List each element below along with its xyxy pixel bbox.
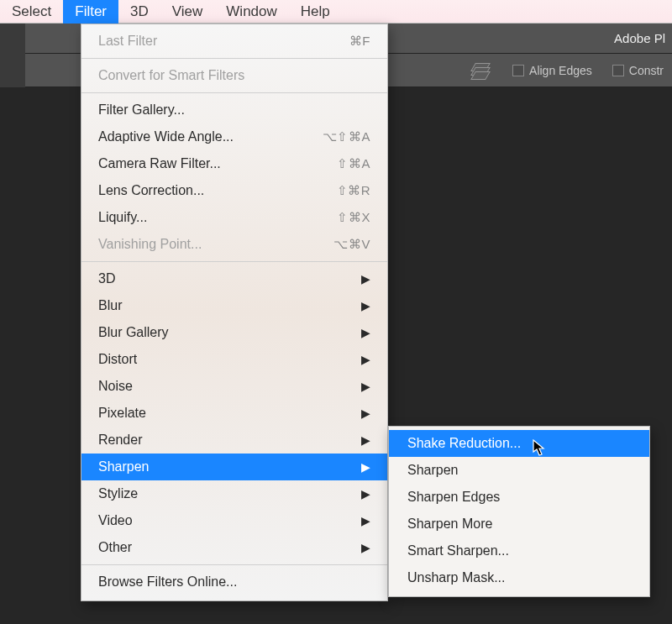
submenu-item-unsharp-mask[interactable]: Unsharp Mask... (389, 564, 649, 591)
menubar: Select Filter 3D View Window Help (0, 0, 672, 24)
chevron-right-icon: ▶ (361, 326, 370, 339)
menubar-item-view[interactable]: View (160, 0, 215, 24)
chevron-right-icon: ▶ (361, 299, 370, 312)
shortcut-label: ⇧⌘R (337, 183, 370, 198)
menu-item-blur[interactable]: Blur ▶ (81, 292, 387, 319)
chevron-right-icon: ▶ (361, 487, 370, 501)
menu-item-convert-smart-filters[interactable]: Convert for Smart Filters (81, 62, 387, 89)
menubar-item-3d[interactable]: 3D (118, 0, 160, 24)
submenu-item-smart-sharpen[interactable]: Smart Sharpen... (389, 537, 649, 564)
menu-item-camera-raw-filter[interactable]: Camera Raw Filter... ⇧⌘A (81, 150, 387, 177)
menubar-item-window[interactable]: Window (214, 0, 288, 24)
submenu-item-sharpen[interactable]: Sharpen (389, 457, 649, 484)
constrain-checkbox[interactable] (612, 65, 624, 76)
menu-item-render[interactable]: Render ▶ (81, 427, 387, 454)
chevron-right-icon: ▶ (361, 460, 370, 474)
menu-separator (81, 261, 387, 262)
menu-item-lens-correction[interactable]: Lens Correction... ⇧⌘R (81, 177, 387, 204)
align-edges-checkbox[interactable] (512, 65, 524, 76)
menu-item-filter-gallery[interactable]: Filter Gallery... (81, 97, 387, 123)
constrain-label: Constr (629, 64, 664, 77)
menu-item-liquify[interactable]: Liquify... ⇧⌘X (81, 204, 387, 231)
shortcut-label: ⌥⇧⌘A (323, 129, 370, 144)
menu-item-last-filter[interactable]: Last Filter ⌘F (81, 28, 387, 55)
menu-separator (81, 92, 387, 93)
menu-item-distort[interactable]: Distort ▶ (81, 346, 387, 373)
submenu-item-sharpen-more[interactable]: Sharpen More (389, 511, 649, 537)
menu-separator (81, 58, 387, 59)
shortcut-label: ⌥⌘V (333, 237, 370, 252)
chevron-right-icon: ▶ (361, 272, 370, 286)
chevron-right-icon: ▶ (361, 514, 370, 527)
chevron-right-icon: ▶ (361, 541, 370, 554)
align-edges-option[interactable]: Align Edges (512, 64, 592, 77)
sharpen-submenu: Shake Reduction... Sharpen Sharpen Edges… (388, 426, 650, 597)
menu-separator (81, 564, 387, 565)
menubar-item-help[interactable]: Help (289, 0, 342, 24)
constrain-option[interactable]: Constr (612, 64, 664, 77)
menu-item-noise[interactable]: Noise ▶ (81, 373, 387, 400)
left-panel-edge (0, 24, 25, 87)
menu-item-pixelate[interactable]: Pixelate ▶ (81, 400, 387, 427)
menu-item-sharpen[interactable]: Sharpen ▶ (81, 454, 387, 480)
layers-icon[interactable] (469, 61, 492, 80)
filter-menu: Last Filter ⌘F Convert for Smart Filters… (81, 24, 388, 601)
submenu-item-shake-reduction[interactable]: Shake Reduction... (389, 430, 649, 457)
menu-item-blur-gallery[interactable]: Blur Gallery ▶ (81, 319, 387, 346)
chevron-right-icon: ▶ (361, 380, 370, 393)
menu-item-stylize[interactable]: Stylize ▶ (81, 480, 387, 507)
menu-item-vanishing-point[interactable]: Vanishing Point... ⌥⌘V (81, 231, 387, 258)
align-edges-label: Align Edges (529, 64, 592, 77)
shortcut-label: ⇧⌘X (337, 210, 370, 225)
menu-item-video[interactable]: Video ▶ (81, 507, 387, 534)
menu-item-adaptive-wide-angle[interactable]: Adaptive Wide Angle... ⌥⇧⌘A (81, 123, 387, 150)
shortcut-label: ⇧⌘A (337, 156, 370, 171)
menu-item-browse-filters-online[interactable]: Browse Filters Online... (81, 569, 387, 595)
submenu-item-sharpen-edges[interactable]: Sharpen Edges (389, 484, 649, 511)
menu-item-other[interactable]: Other ▶ (81, 534, 387, 561)
shortcut-label: ⌘F (349, 34, 370, 49)
menubar-item-select[interactable]: Select (0, 0, 63, 24)
menubar-item-filter[interactable]: Filter (63, 0, 118, 24)
chevron-right-icon: ▶ (361, 353, 370, 366)
app-title: Adobe Pl (614, 31, 665, 45)
chevron-right-icon: ▶ (361, 406, 370, 420)
menu-item-3d[interactable]: 3D ▶ (81, 265, 387, 292)
chevron-right-icon: ▶ (361, 433, 370, 447)
